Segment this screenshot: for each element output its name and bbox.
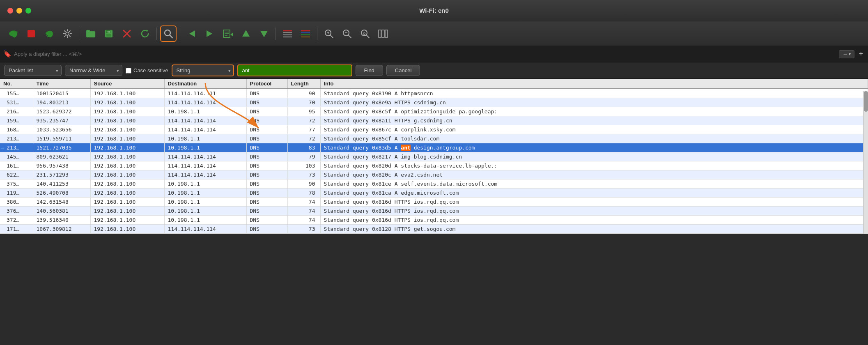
cancel-button[interactable]: Cancel [386, 65, 420, 76]
cell-time: 1001520415 [33, 89, 90, 98]
table-row[interactable]: 213…1519.559711192.168.1.10010.198.1.1DN… [0, 134, 868, 143]
narrow-wide-select[interactable]: Narrow & Wide Narrow Wide UTF-8 ASCII [65, 65, 122, 76]
save-button[interactable]: SV [101, 25, 117, 42]
table-row[interactable]: 171…1067.309812192.168.1.100114.114.114.… [0, 225, 868, 234]
add-filter-button[interactable]: + [857, 50, 865, 58]
separator-4 [276, 28, 276, 40]
cell-length: 74 [287, 207, 320, 216]
string-type-select[interactable]: String Hex value Regular Expression [172, 64, 234, 76]
reload-button[interactable] [137, 25, 153, 42]
resize-columns-button[interactable] [375, 25, 391, 42]
table-row[interactable]: 531…194.803213192.168.1.100114.114.114.1… [0, 98, 868, 107]
cell-protocol: DNS [246, 216, 287, 225]
separator-1 [79, 28, 79, 40]
cell-no: 213… [0, 134, 33, 143]
cell-protocol: DNS [246, 152, 287, 161]
cell-destination: 10.198.1.1 [164, 216, 246, 225]
cell-length: 79 [287, 152, 320, 161]
table-row[interactable]: →213…1521.727035192.168.1.10010.198.1.1D… [0, 143, 868, 152]
svg-rect-42 [385, 30, 388, 37]
cell-protocol: DNS [246, 116, 287, 125]
colorize-button[interactable] [297, 25, 314, 42]
scrollbar[interactable] [863, 91, 868, 234]
cell-destination: 114.114.114.111 [164, 89, 246, 98]
search-input[interactable] [237, 64, 352, 76]
go-back-button[interactable] [184, 25, 200, 42]
table-row[interactable]: 380…142.631548192.168.1.10010.198.1.1DNS… [0, 198, 868, 207]
table-row[interactable]: 159…935.235747192.168.1.100114.114.114.1… [0, 116, 868, 125]
table-row[interactable]: 155…1001520415192.168.1.100114.114.114.1… [0, 89, 868, 98]
cell-source: 192.168.1.100 [90, 170, 164, 179]
cell-time: 1523.629372 [33, 107, 90, 116]
stop-capture-button[interactable] [23, 25, 39, 42]
separator-2 [156, 28, 157, 40]
filter-input[interactable] [14, 51, 836, 57]
cell-length: 73 [287, 225, 320, 234]
cell-info: Standard query 0x83d5 A ant-design.antgr… [320, 143, 868, 152]
maximize-button[interactable] [25, 8, 31, 14]
cell-time: 140.560381 [33, 207, 90, 216]
restart-capture-button[interactable] [41, 25, 57, 42]
search-in-dropdown[interactable]: Packet list Packet details Packet bytes … [4, 65, 62, 76]
cell-info: Standard query 0x816d HTTPS ios.rqd.qq.c… [320, 207, 868, 216]
cell-protocol: DNS [246, 143, 287, 152]
svg-point-0 [16, 31, 16, 32]
table-row[interactable]: 216…1523.629372192.168.1.10010.198.1.1DN… [0, 107, 868, 116]
packet-table-container: No. Time Source Destination Protocol Len… [0, 79, 868, 234]
zoom-in-button[interactable] [321, 25, 337, 42]
table-row[interactable]: 161…956.957438192.168.1.100114.114.114.1… [0, 161, 868, 170]
cell-info: Standard query 0x8a11 HTTPS g.csdnimg.cn [320, 116, 868, 125]
zoom-reset-button[interactable]: Q [357, 25, 373, 42]
filter-arrow-button[interactable]: → ▾ [839, 50, 854, 58]
cell-no: 159… [0, 116, 33, 125]
minimize-button[interactable] [16, 8, 22, 14]
table-row[interactable]: 375…140.411253192.168.1.10010.198.1.1DNS… [0, 179, 868, 189]
cell-destination: 114.114.114.114 [164, 225, 246, 234]
capture-options-button[interactable] [59, 25, 76, 42]
cell-source: 192.168.1.100 [90, 89, 164, 98]
svg-line-39 [366, 35, 369, 38]
cell-no: 171… [0, 225, 33, 234]
cell-no: 380… [0, 198, 33, 207]
table-row[interactable]: 119…526.490708192.168.1.10010.198.1.1DNS… [0, 189, 868, 198]
svg-point-3 [66, 32, 69, 35]
cell-destination: 10.198.1.1 [164, 107, 246, 116]
cell-no: 372… [0, 216, 33, 225]
close-button[interactable] [7, 8, 13, 14]
cell-protocol: DNS [246, 207, 287, 216]
col-header-time: Time [33, 79, 90, 89]
autoscroll-button[interactable] [279, 25, 296, 42]
cell-length: 72 [287, 116, 320, 125]
string-type-dropdown[interactable]: String Hex value Regular Expression ▾ [172, 64, 234, 76]
cell-length: 83 [287, 143, 320, 152]
cell-length: 95 [287, 107, 320, 116]
close-file-button[interactable] [119, 25, 135, 42]
svg-line-36 [348, 35, 351, 38]
cell-no: 376… [0, 207, 33, 216]
case-sensitive-label[interactable]: Case sensitive [126, 67, 168, 74]
cell-info: Standard query 0x816d HTTPS ios.rqd.qq.c… [320, 216, 868, 225]
narrow-wide-dropdown[interactable]: Narrow & Wide Narrow Wide UTF-8 ASCII ▾ [65, 65, 122, 76]
first-packet-button[interactable] [238, 25, 254, 42]
cell-time: 231.571293 [33, 170, 90, 179]
table-row[interactable]: 168…1033.523656192.168.1.100114.114.114.… [0, 125, 868, 134]
scrollbar-thumb[interactable] [864, 91, 868, 112]
find-packet-button[interactable] [160, 25, 177, 42]
table-row[interactable]: 372…139.516340192.168.1.10010.198.1.1DNS… [0, 216, 868, 225]
search-in-select[interactable]: Packet list Packet details Packet bytes [4, 65, 62, 76]
last-packet-button[interactable] [256, 25, 272, 42]
table-row[interactable]: 376…140.560381192.168.1.10010.198.1.1DNS… [0, 207, 868, 216]
table-row[interactable]: 622…231.571293192.168.1.100114.114.114.1… [0, 170, 868, 179]
svg-rect-6 [106, 34, 111, 37]
cell-length: 103 [287, 161, 320, 170]
start-capture-button[interactable] [5, 25, 21, 42]
cell-info: Standard query 0x820c A eva2.csdn.net [320, 170, 868, 179]
open-button[interactable] [83, 25, 99, 42]
go-forward-button[interactable] [202, 25, 218, 42]
case-sensitive-checkbox[interactable] [126, 68, 131, 74]
find-button[interactable]: Find [356, 65, 383, 76]
go-to-packet-button[interactable] [220, 25, 236, 42]
table-row[interactable]: 145…809.623621192.168.1.100114.114.114.1… [0, 152, 868, 161]
cell-time: 140.411253 [33, 179, 90, 189]
zoom-out-button[interactable] [339, 25, 355, 42]
